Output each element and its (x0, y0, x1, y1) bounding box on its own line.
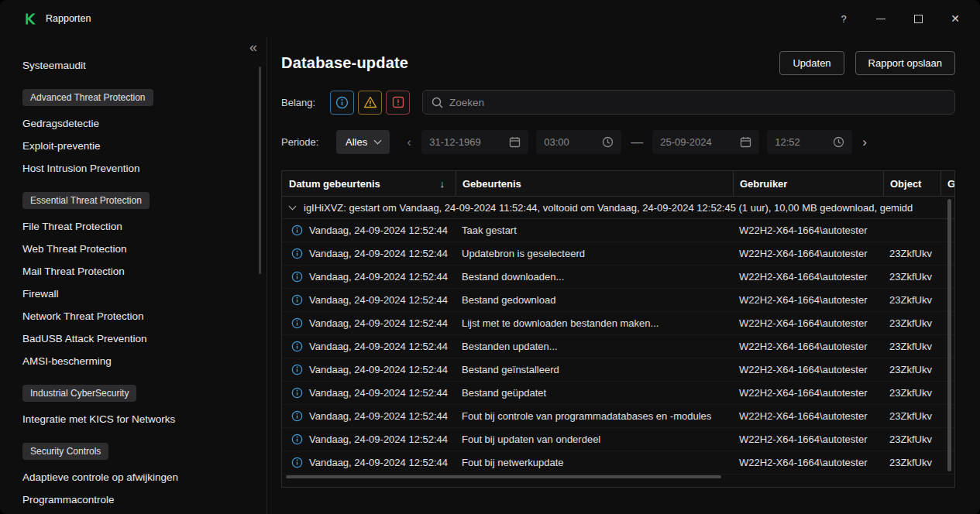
time-from-value: 03:00 (544, 136, 569, 148)
clock-icon (833, 136, 844, 148)
calendar-icon (740, 136, 751, 148)
sidebar-item[interactable]: File Threat Protection (22, 215, 254, 238)
date-from-field[interactable]: 31-12-1969 (421, 130, 528, 154)
sidebar-section-badge: Advanced Threat Protection (22, 89, 153, 106)
collapse-group-icon (289, 202, 297, 210)
sidebar-section: Advanced Threat Protection (22, 89, 254, 106)
period-label: Periode: (281, 136, 330, 148)
sidebar-item[interactable]: Integratie met KICS for Networks (22, 408, 254, 430)
sidebar-item[interactable]: Host Intrusion Prevention (22, 157, 254, 180)
column-header-user[interactable]: Gebruiker (733, 171, 883, 196)
sidebar-nav: SysteemauditAdvanced Threat ProtectionGe… (22, 54, 254, 511)
user-cell: W22H2-X64-1664\autotester (733, 341, 883, 352)
info-icon (291, 248, 303, 259)
close-button[interactable]: ✕ (937, 0, 974, 37)
date-cell: Vandaag, 24-09-2024 12:52:44 (282, 364, 456, 375)
info-icon (291, 387, 303, 399)
sidebar-item[interactable]: Mail Threat Protection (22, 260, 254, 283)
minimize-button[interactable] (862, 0, 899, 37)
sidebar-item[interactable]: AMSI-bescherming (22, 350, 254, 372)
column-header-object[interactable]: Object (883, 171, 940, 196)
table-row[interactable]: Vandaag, 24-09-2024 12:52:44Fout bij upd… (282, 428, 954, 451)
event-cell: Fout bij controle van programmadatabases… (456, 410, 733, 422)
table-horizontal-scrollbar[interactable] (286, 475, 721, 478)
period-select[interactable]: Alles (336, 130, 390, 154)
sidebar-item[interactable]: Network Threat Protection (22, 305, 254, 327)
events-table: Datum gebeurtenis ↓ Gebeurtenis Gebruike… (281, 170, 955, 488)
user-cell: W22H2-X64-1664\autotester (733, 224, 883, 236)
user-cell: W22H2-X64-1664\autotester (733, 271, 883, 283)
sidebar-item[interactable]: Programmacontrole (22, 488, 254, 511)
warning-severity-icon (363, 96, 377, 108)
app-window: Rapporten ? ✕ « SysteemauditAdvanced Thr… (0, 0, 980, 514)
date-cell: Vandaag, 24-09-2024 12:52:44 (282, 387, 456, 399)
time-from-field[interactable]: 03:00 (536, 130, 621, 154)
table-vertical-scrollbar[interactable] (947, 199, 951, 471)
kaspersky-logo-icon (24, 12, 37, 26)
close-icon: ✕ (951, 12, 960, 25)
table-row[interactable]: Vandaag, 24-09-2024 12:52:44Lijst met te… (282, 312, 954, 335)
table-row[interactable]: Vandaag, 24-09-2024 12:52:44Fout bij net… (282, 451, 954, 475)
severity-info-toggle[interactable] (330, 91, 354, 115)
chevron-down-icon (374, 137, 382, 145)
info-icon (291, 410, 303, 422)
search-input[interactable] (449, 97, 946, 108)
time-to-value: 12:52 (775, 136, 800, 148)
date-to-field[interactable]: 25-09-2024 (652, 130, 759, 154)
sidebar-item[interactable]: Gedragsdetectie (22, 112, 254, 135)
sidebar-scrollbar[interactable] (259, 67, 261, 274)
column-header-date[interactable]: Datum gebeurtenis ↓ (282, 171, 456, 196)
date-cell: Vandaag, 24-09-2024 12:52:44 (282, 317, 456, 329)
sidebar-item[interactable]: Systeemaudit (22, 54, 254, 77)
previous-period-button[interactable]: ‹ (401, 135, 418, 150)
date-cell: Vandaag, 24-09-2024 12:52:44 (282, 248, 456, 259)
user-cell: W22H2-X64-1664\autotester (733, 387, 883, 399)
user-cell: W22H2-X64-1664\autotester (733, 248, 883, 259)
table-row[interactable]: Vandaag, 24-09-2024 12:52:44Bestanden up… (282, 335, 954, 358)
next-period-button[interactable]: › (856, 135, 873, 150)
period-filter-row: Periode: Alles ‹ 31-12-1969 03:00 (281, 130, 955, 154)
info-icon (291, 317, 303, 329)
sidebar-item[interactable]: Web Threat Protection (22, 238, 254, 260)
user-cell: W22H2-X64-1664\autotester (733, 433, 883, 445)
column-header-event[interactable]: Gebeurtenis (456, 171, 733, 196)
table-row[interactable]: Vandaag, 24-09-2024 12:52:44Bestand geïn… (282, 358, 954, 382)
table-row[interactable]: Vandaag, 24-09-2024 12:52:44Taak gestart… (282, 219, 954, 242)
sidebar-item[interactable]: Firewall (22, 283, 254, 305)
sidebar-item[interactable]: Adaptieve controle op afwijkingen (22, 466, 254, 488)
event-cell: Updatebron is geselecteerd (456, 248, 733, 259)
info-severity-icon (335, 96, 349, 109)
search-box[interactable] (422, 90, 955, 115)
help-button[interactable]: ? (825, 0, 862, 37)
event-cell: Fout bij netwerkupdate (456, 457, 733, 468)
table-row[interactable]: Vandaag, 24-09-2024 12:52:44Bestand geüp… (282, 382, 954, 405)
column-header-group[interactable]: Gr (940, 171, 954, 196)
update-button[interactable]: Updaten (779, 51, 844, 75)
severity-filter-group (330, 91, 410, 115)
sidebar-item[interactable]: BadUSB Attack Prevention (22, 327, 254, 350)
table-row[interactable]: Vandaag, 24-09-2024 12:52:44Bestand down… (282, 266, 954, 289)
info-icon (291, 364, 303, 375)
titlebar: Rapporten ? ✕ (0, 0, 980, 37)
event-cell: Lijst met te downloaden bestanden maken.… (456, 317, 733, 329)
sidebar-collapse-button[interactable]: « (249, 40, 257, 54)
time-to-field[interactable]: 12:52 (767, 130, 852, 154)
sidebar-item[interactable]: Exploit-preventie (22, 135, 254, 157)
maximize-button[interactable] (899, 0, 937, 37)
severity-critical-toggle[interactable] (386, 91, 410, 115)
table-row[interactable]: Vandaag, 24-09-2024 12:52:44Updatebron i… (282, 242, 954, 266)
sort-desc-icon: ↓ (440, 178, 445, 190)
event-date: Vandaag, 24-09-2024 12:52:44 (309, 271, 448, 283)
group-row[interactable]: igIHiXVZ: gestart om Vandaag, 24-09-2024… (282, 197, 954, 219)
severity-warning-toggle[interactable] (358, 91, 382, 115)
save-report-button[interactable]: Rapport opslaan (855, 51, 955, 75)
user-cell: W22H2-X64-1664\autotester (733, 294, 883, 306)
object-cell: 23ZkfUkv (883, 341, 940, 352)
event-date: Vandaag, 24-09-2024 12:52:44 (309, 224, 448, 236)
date-cell: Vandaag, 24-09-2024 12:52:44 (282, 410, 456, 422)
date-to-value: 25-09-2024 (660, 136, 712, 148)
table-row[interactable]: Vandaag, 24-09-2024 12:52:44Fout bij con… (282, 405, 954, 428)
table-row[interactable]: Vandaag, 24-09-2024 12:52:44Bestand gedo… (282, 289, 954, 312)
event-cell: Fout bij updaten van onderdeel (456, 433, 733, 445)
date-cell: Vandaag, 24-09-2024 12:52:44 (282, 271, 456, 283)
